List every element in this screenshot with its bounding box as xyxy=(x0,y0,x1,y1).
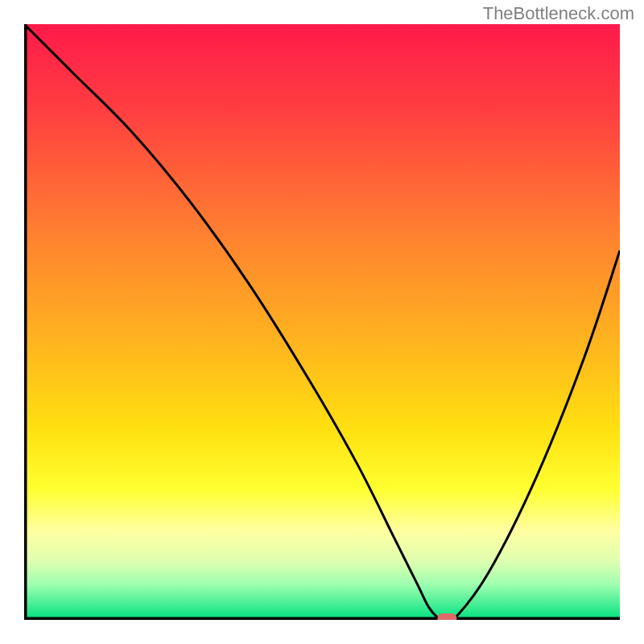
chart-container: TheBottleneck.com xyxy=(0,0,644,644)
chart-svg xyxy=(24,24,620,620)
optimal-marker xyxy=(437,613,456,620)
chart-plot-area xyxy=(24,24,620,620)
watermark-text: TheBottleneck.com xyxy=(483,3,634,24)
